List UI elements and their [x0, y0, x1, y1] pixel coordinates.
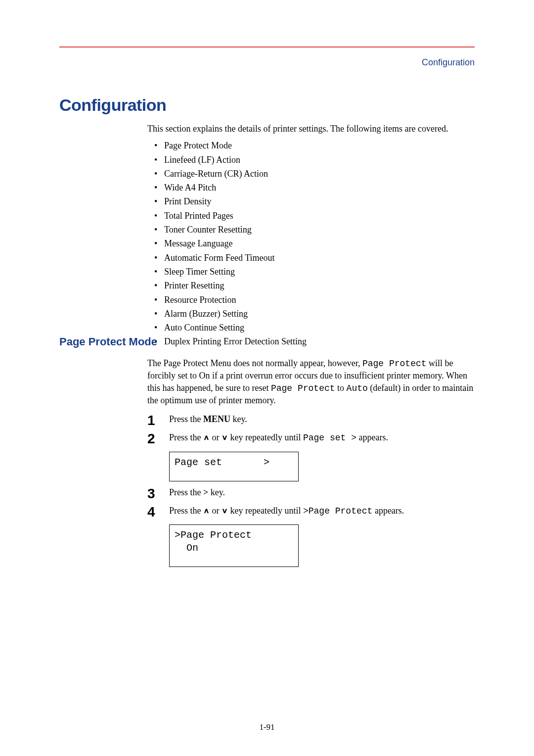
text: Press the	[169, 432, 203, 442]
step: 2 Press the ∧ or ∨ key repeatedly until …	[147, 431, 475, 447]
text: appears.	[372, 506, 404, 516]
list-item: Message Language	[147, 237, 475, 249]
topics-list: Page Protect Mode Linefeed (LF) Action C…	[147, 140, 475, 347]
page-number: 1-91	[0, 722, 534, 733]
intro-paragraph: This section explains the details of pri…	[147, 123, 475, 135]
caret-up-icon: ∧	[203, 432, 210, 442]
list-item: Sleep Timer Setting	[147, 266, 475, 278]
caret-up-icon: ∧	[203, 506, 210, 515]
caret-down-icon: ∨	[222, 432, 228, 442]
lcd-display: >Page Protect On	[169, 524, 299, 567]
list-item: Alarm (Buzzer) Setting	[147, 308, 475, 320]
list-item: Duplex Printing Error Detection Setting	[147, 335, 475, 347]
intro-column: This section explains the details of pri…	[147, 123, 475, 350]
list-item: Carriage-Return (CR) Action	[147, 168, 475, 180]
step-number: 2	[147, 431, 169, 447]
text: key.	[230, 414, 247, 424]
mono-text: >Page Protect	[303, 506, 372, 516]
section-heading: Page Protect Mode	[59, 334, 157, 349]
list-item: Wide A4 Pitch	[147, 182, 475, 193]
list-item: Page Protect Mode	[147, 140, 475, 151]
step: 1 Press the MENU key.	[147, 413, 475, 428]
list-item: Linefeed (LF) Action	[147, 154, 475, 166]
mono-text: Page Protect	[271, 383, 335, 393]
text: appears.	[356, 432, 388, 442]
text: key repeatedly until	[228, 506, 303, 516]
mono-text: Auto	[347, 383, 368, 393]
step-text: Press the ∧ or ∨ key repeatedly until >P…	[169, 505, 475, 517]
steps: 1 Press the MENU key. 2 Press the ∧ or ∨…	[147, 413, 475, 567]
step-number: 3	[147, 486, 169, 502]
step-text: Press the > key.	[169, 486, 475, 498]
text: or	[210, 506, 222, 516]
step: 4 Press the ∧ or ∨ key repeatedly until …	[147, 505, 475, 520]
lcd-display: Page set >	[169, 452, 299, 481]
mono-text: Page Protect	[362, 359, 427, 369]
text: key.	[208, 487, 225, 497]
text: The Page Protect Menu does not normally …	[147, 358, 362, 368]
bold-text: >	[203, 487, 208, 497]
text: Press the	[169, 487, 203, 497]
list-item: Printer Resetting	[147, 280, 475, 291]
text: Press the	[169, 506, 203, 516]
list-item: Total Printed Pages	[147, 210, 475, 222]
text: or	[210, 432, 222, 442]
step-text: Press the ∧ or ∨ key repeatedly until Pa…	[169, 431, 475, 444]
caret-down-icon: ∨	[222, 506, 228, 515]
mono-text: Page set >	[303, 433, 356, 443]
header-rule	[59, 47, 475, 47]
section-paragraph: The Page Protect Menu does not normally …	[147, 357, 475, 406]
running-head: Configuration	[422, 56, 475, 68]
section-body: The Page Protect Menu does not normally …	[147, 357, 475, 572]
step-number: 4	[147, 505, 169, 520]
list-item: Auto Continue Setting	[147, 322, 475, 333]
list-item: Toner Counter Resetting	[147, 224, 475, 236]
list-item: Print Density	[147, 195, 475, 207]
text: key repeatedly until	[228, 432, 303, 442]
bold-text: MENU	[203, 414, 230, 424]
step: 3 Press the > key.	[147, 486, 475, 502]
step-number: 1	[147, 413, 169, 428]
text: Press the	[169, 414, 203, 424]
list-item: Automatic Form Feed Timeout	[147, 252, 475, 264]
list-item: Resource Protection	[147, 294, 475, 306]
page-title: Configuration	[59, 94, 166, 117]
step-text: Press the MENU key.	[169, 413, 475, 425]
text: to	[335, 383, 347, 393]
